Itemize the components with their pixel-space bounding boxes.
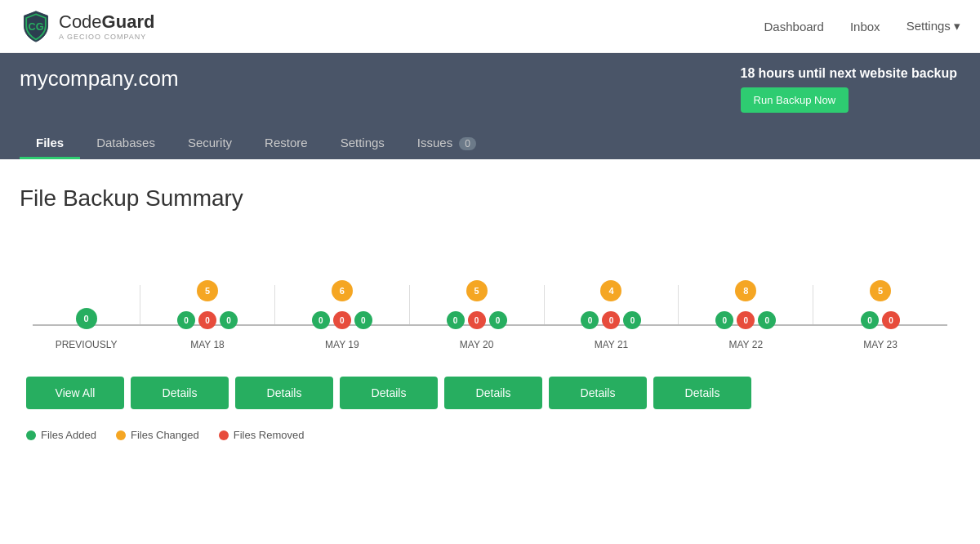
tab-security[interactable]: Security [172, 126, 248, 159]
timeline-label-may22: MAY 22 [729, 339, 764, 350]
sub-header: mycompany.com 18hours until next website… [0, 53, 980, 126]
timeline-group-may23: 5 0 0 MAY 23 [813, 311, 947, 350]
timeline-label-may20: MAY 20 [460, 339, 494, 350]
details-button-may23[interactable]: Details [653, 377, 751, 409]
bubble-previously-added: 0 [76, 308, 97, 329]
legend-label-added: Files Added [41, 429, 96, 441]
view-all-button[interactable]: View All [26, 377, 124, 409]
bubble-may18-added2: 0 [220, 311, 238, 329]
timeline-group-previously: 0 PREVIOUSLY [33, 308, 140, 350]
top-bar: CG CodeGuard A GECIOO COMPANY Dashboard … [0, 0, 980, 53]
details-button-may21[interactable]: Details [444, 377, 542, 409]
details-button-may20[interactable]: Details [340, 377, 438, 409]
timeline-group-may18: 5 0 0 0 MAY 18 [140, 311, 274, 350]
bubble-may21-changed: 4 [600, 280, 621, 301]
nav-settings[interactable]: Settings ▾ [906, 19, 960, 33]
timeline-label-may18: MAY 18 [190, 339, 225, 350]
legend-files-added: Files Added [26, 429, 96, 441]
details-button-may18[interactable]: Details [131, 377, 229, 409]
tab-files[interactable]: Files [20, 126, 80, 159]
bubble-may19-removed: 0 [333, 311, 351, 329]
top-navigation: Dashboard Inbox Settings ▾ [764, 19, 960, 33]
bubble-may19-changed: 6 [332, 280, 353, 301]
bubble-may23-changed: 5 [870, 280, 891, 301]
timeline-group-may21: 4 0 0 0 MAY 21 [545, 311, 679, 350]
run-backup-button[interactable]: Run Backup Now [741, 87, 849, 113]
bubble-may23-removed: 0 [882, 311, 900, 329]
backup-countdown: 18hours until next website backup [741, 66, 960, 81]
timeline-container: 0 PREVIOUSLY 5 0 0 0 MAY 18 [20, 244, 960, 350]
timeline-label-may19: MAY 19 [325, 339, 359, 350]
bubble-may21-added2: 0 [623, 311, 641, 329]
bubble-may21-removed: 0 [602, 311, 620, 329]
tab-restore[interactable]: Restore [248, 126, 324, 159]
bubble-may20-changed: 5 [466, 280, 488, 301]
bubble-may19-added: 0 [312, 311, 330, 329]
timeline-label-may23: MAY 23 [863, 339, 898, 350]
legend-dot-green [26, 430, 36, 440]
chart-legend: Files Added Files Changed Files Removed [20, 429, 960, 441]
logo-area: CG CodeGuard A GECIOO COMPANY [20, 10, 154, 42]
bubble-may22-changed: 8 [735, 280, 756, 301]
timeline-label-previously: PREVIOUSLY [56, 339, 118, 350]
issues-badge: 0 [459, 137, 476, 150]
logo-sub: A GECIOO COMPANY [59, 33, 154, 41]
bubble-may18-removed: 0 [198, 311, 216, 329]
legend-dot-yellow [116, 430, 126, 440]
site-name: mycompany.com [20, 66, 179, 91]
nav-tabs: Files Databases Security Restore Setting… [0, 126, 980, 159]
nav-dashboard[interactable]: Dashboard [764, 20, 824, 33]
details-button-may19[interactable]: Details [235, 377, 333, 409]
page-title: File Backup Summary [20, 185, 960, 212]
bubble-may22-added: 0 [715, 311, 733, 329]
action-buttons-row: View All Details Details Details Details… [20, 377, 960, 409]
backup-info: 18hours until next website backup Run Ba… [741, 66, 960, 113]
main-content: File Backup Summary 0 PREVIOUSLY 5 0 [0, 159, 980, 467]
bubble-may20-added2: 0 [489, 311, 507, 329]
backup-hours: 18 [741, 66, 755, 80]
logo-shield-icon: CG [20, 10, 52, 42]
legend-label-changed: Files Changed [131, 429, 199, 441]
logo-name: CodeGuard [59, 11, 154, 33]
legend-files-removed: Files Removed [219, 429, 305, 441]
nav-inbox[interactable]: Inbox [850, 20, 880, 33]
tab-issues[interactable]: Issues 0 [401, 126, 492, 159]
tab-databases[interactable]: Databases [80, 126, 172, 159]
timeline-label-may21: MAY 21 [595, 339, 629, 350]
bubble-may18-added: 0 [177, 311, 195, 329]
bubble-may21-added: 0 [581, 311, 599, 329]
timeline-group-may22: 8 0 0 0 MAY 22 [679, 311, 813, 350]
bubble-may19-added2: 0 [354, 311, 372, 329]
bubble-may23-added: 0 [861, 311, 879, 329]
legend-files-changed: Files Changed [116, 429, 199, 441]
details-button-may22[interactable]: Details [549, 377, 647, 409]
bubble-may20-removed: 0 [468, 311, 486, 329]
bubble-may20-added: 0 [447, 311, 465, 329]
timeline-group-may20: 5 0 0 0 MAY 20 [410, 311, 544, 350]
timeline-group-may19: 6 0 0 0 MAY 19 [275, 311, 409, 350]
legend-dot-orange [219, 430, 229, 440]
bubble-may18-changed: 5 [197, 280, 218, 301]
bubble-may22-added2: 0 [758, 311, 776, 329]
legend-label-removed: Files Removed [234, 429, 305, 441]
svg-text:CG: CG [28, 20, 43, 33]
tab-settings[interactable]: Settings [324, 126, 401, 159]
bubble-may22-removed: 0 [737, 311, 755, 329]
